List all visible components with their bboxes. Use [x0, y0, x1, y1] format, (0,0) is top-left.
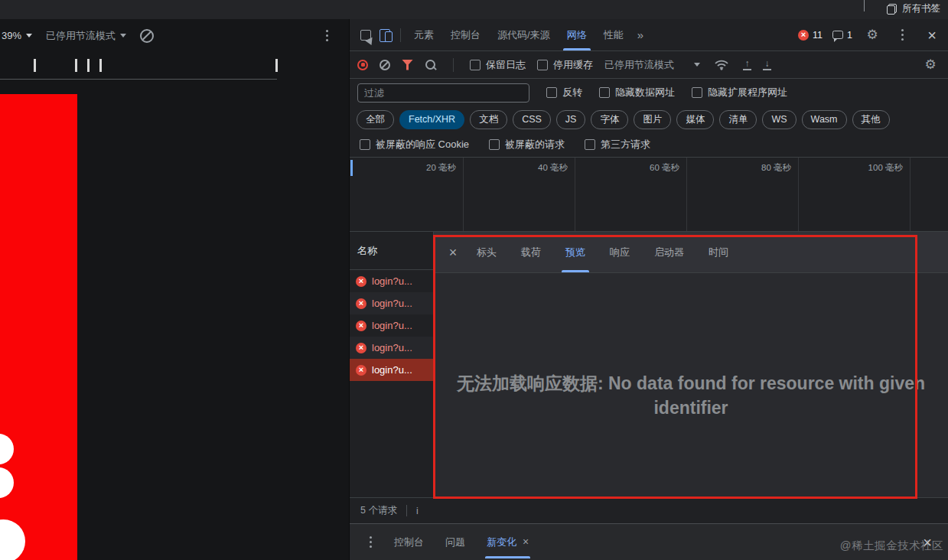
timeline-activity-marker — [350, 160, 353, 176]
checkbox-icon — [599, 87, 610, 98]
vertical-dots-icon — [326, 34, 328, 37]
timeline-tick-label: 40 毫秒 — [460, 162, 572, 174]
filter-input[interactable] — [357, 83, 529, 103]
blocked-cookies-checkbox[interactable]: 被屏蔽的响应 Cookie — [360, 138, 469, 151]
request-name: login?u... — [372, 275, 412, 287]
all-bookmarks-label: 所有书签 — [902, 2, 940, 15]
close-devtools-button[interactable] — [922, 25, 942, 45]
hide-data-urls-label: 隐藏数据网址 — [615, 86, 675, 99]
bookmarks-icon — [887, 4, 897, 15]
disable-cache-checkbox[interactable]: 停用缓存 — [537, 58, 593, 72]
tab-network[interactable]: 网络 — [559, 19, 595, 50]
request-row[interactable]: login?u... — [350, 292, 433, 314]
filter-chip-media[interactable]: 媒体 — [676, 110, 714, 129]
details-tab-response[interactable]: 响应 — [599, 232, 640, 272]
details-tab-headers[interactable]: 标头 — [466, 232, 507, 272]
error-icon — [356, 321, 366, 331]
device-throttling-select[interactable]: 已停用节流模式 — [46, 29, 126, 43]
issue-count-badge[interactable]: 1 — [832, 30, 852, 41]
drawer-menu-button[interactable] — [360, 532, 380, 552]
filter-chip-font[interactable]: 字体 — [591, 110, 628, 129]
invert-filter-checkbox[interactable]: 反转 — [546, 86, 582, 99]
drawer-tab-issues[interactable]: 问题 — [438, 531, 473, 554]
error-icon — [356, 276, 366, 287]
inspected-page-area: 39% 已停用节流模式 — [0, 19, 349, 560]
tab-sources[interactable]: 源代码/来源 — [489, 19, 559, 50]
details-tab-preview[interactable]: 预览 — [555, 232, 596, 272]
zoom-select[interactable]: 39% — [2, 30, 32, 41]
settings-button[interactable] — [862, 25, 882, 45]
request-row-selected[interactable]: login?u... — [350, 359, 433, 381]
throttle-value: 已停用节流模式 — [46, 29, 116, 43]
checkbox-icon — [360, 139, 370, 150]
blocked-filter-row: 被屏蔽的响应 Cookie 被屏蔽的请求 第三方请求 — [350, 132, 948, 158]
tab-label: 性能 — [604, 28, 624, 42]
hide-extension-urls-checkbox[interactable]: 隐藏扩展程序网址 — [692, 86, 787, 99]
throttling-value: 已停用节流模式 — [604, 58, 674, 72]
hide-data-urls-checkbox[interactable]: 隐藏数据网址 — [599, 86, 675, 99]
tab-elements[interactable]: 元素 — [406, 19, 442, 50]
export-har-button[interactable] — [763, 60, 771, 70]
filter-chip-wasm[interactable]: Wasm — [802, 110, 847, 129]
throttling-disabled-icon — [140, 29, 154, 43]
error-count-badge[interactable]: 11 — [798, 30, 823, 41]
network-settings-button[interactable] — [920, 55, 940, 75]
network-throttling-select[interactable]: 已停用节流模式 — [604, 58, 700, 72]
preserve-log-checkbox[interactable]: 保留日志 — [470, 58, 526, 72]
record-network-log-button[interactable] — [357, 60, 368, 70]
inspect-element-button[interactable] — [356, 25, 376, 45]
drawer-tab-label: 控制台 — [394, 536, 424, 549]
filter-chip-css[interactable]: CSS — [513, 110, 551, 129]
device-toolbar-menu-button[interactable] — [318, 28, 335, 44]
request-row[interactable]: login?u... — [350, 337, 433, 359]
checkbox-icon — [692, 87, 702, 98]
details-tab-payload[interactable]: 载荷 — [510, 232, 552, 272]
name-column-header[interactable]: 名称 — [350, 232, 433, 270]
filter-chip-ws[interactable]: WS — [762, 110, 796, 129]
filter-chip-manifest[interactable]: 清单 — [719, 110, 757, 129]
import-har-button[interactable] — [743, 60, 751, 70]
filter-chip-other[interactable]: 其他 — [852, 110, 890, 129]
network-conditions-button[interactable] — [712, 55, 731, 75]
more-tabs-button[interactable]: » — [632, 19, 649, 50]
request-row[interactable]: login?u... — [350, 270, 433, 292]
upload-icon — [745, 60, 750, 67]
filter-chip-fetch-xhr[interactable]: Fetch/XHR — [399, 110, 464, 129]
third-party-checkbox[interactable]: 第三方请求 — [585, 138, 650, 151]
blocked-requests-checkbox[interactable]: 被屏蔽的请求 — [489, 138, 565, 151]
tab-label: 源代码/来源 — [497, 28, 550, 42]
details-tab-timing[interactable]: 时间 — [698, 232, 739, 272]
zoom-value: 39% — [2, 30, 21, 41]
chevron-down-icon — [26, 34, 32, 37]
download-icon-bar — [763, 69, 771, 70]
drawer-tab-whats-new[interactable]: 新变化 — [479, 531, 536, 554]
devtools-menu-button[interactable] — [892, 25, 912, 45]
ruler-tick — [99, 59, 102, 72]
details-tab-initiator[interactable]: 启动器 — [643, 232, 695, 272]
drawer-tab-console[interactable]: 控制台 — [386, 531, 432, 554]
filter-chip-doc[interactable]: 文档 — [470, 110, 507, 129]
page-shape — [0, 467, 14, 498]
network-overview-timeline[interactable]: 20 毫秒 40 毫秒 60 毫秒 80 毫秒 100 毫秒 — [350, 158, 948, 232]
network-status-bar: 5 个请求 i — [350, 497, 948, 523]
filter-chip-img[interactable]: 图片 — [634, 110, 671, 129]
blocked-cookies-label: 被屏蔽的响应 Cookie — [376, 138, 469, 151]
clear-network-log-button[interactable] — [380, 60, 390, 70]
tab-label: 网络 — [567, 28, 587, 42]
third-party-label: 第三方请求 — [601, 138, 650, 151]
request-name: login?u... — [372, 364, 412, 376]
request-details-panel: 标头 载荷 预览 响应 启动器 时间 无法加载响应数据: No data fou… — [433, 232, 948, 497]
close-details-button[interactable] — [443, 243, 463, 262]
resource-type-chips: 全部 Fetch/XHR 文档 CSS JS 字体 图片 媒体 清单 WS Wa… — [350, 106, 948, 132]
tab-performance[interactable]: 性能 — [595, 19, 632, 50]
page-shape — [0, 434, 14, 464]
request-row[interactable]: login?u... — [350, 314, 433, 337]
tab-console[interactable]: 控制台 — [442, 19, 489, 50]
filter-toggle-button[interactable] — [402, 60, 413, 70]
toggle-device-toolbar-button[interactable] — [376, 25, 396, 45]
filter-chip-js[interactable]: JS — [556, 110, 586, 129]
filter-chip-all[interactable]: 全部 — [357, 110, 394, 129]
search-button[interactable] — [425, 59, 437, 71]
all-bookmarks-button[interactable]: 所有书签 — [887, 2, 940, 15]
close-tab-icon[interactable] — [523, 536, 529, 548]
